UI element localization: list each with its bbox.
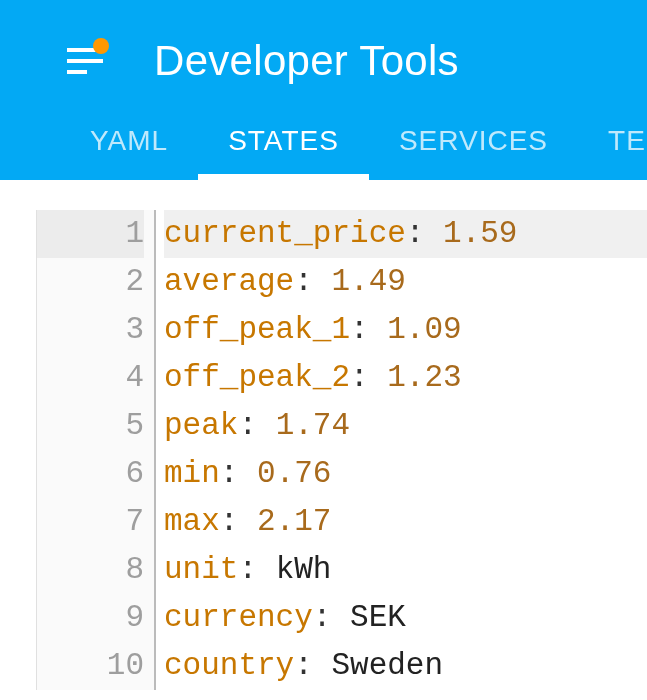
- tab-yaml[interactable]: YAML: [60, 102, 198, 180]
- yaml-key: off_peak_2: [164, 354, 350, 402]
- svg-rect-2: [67, 70, 87, 74]
- yaml-colon: :: [350, 354, 369, 402]
- yaml-value: 1.49: [331, 258, 405, 306]
- yaml-value: SEK: [350, 594, 406, 642]
- yaml-colon: :: [313, 594, 332, 642]
- yaml-colon: :: [238, 546, 257, 594]
- header-top: Developer Tools: [0, 20, 647, 102]
- line-number: 5: [37, 402, 144, 450]
- notification-dot-icon: [93, 38, 109, 54]
- line-number: 7: [37, 498, 144, 546]
- yaml-value: 1.74: [276, 402, 350, 450]
- code-editor[interactable]: 12345678910 current_price: 1.59average: …: [36, 180, 647, 690]
- app-header: Developer Tools YAML STATES SERVICES TEM: [0, 0, 647, 180]
- yaml-colon: :: [406, 210, 425, 258]
- code-line[interactable]: currency: SEK: [164, 594, 647, 642]
- code-line[interactable]: peak: 1.74: [164, 402, 647, 450]
- yaml-value: 1.09: [387, 306, 461, 354]
- code-line[interactable]: country: Sweden: [164, 642, 647, 690]
- code-line[interactable]: max: 2.17: [164, 498, 647, 546]
- tab-bar: YAML STATES SERVICES TEM: [0, 102, 647, 180]
- line-number: 10: [37, 642, 144, 690]
- menu-button[interactable]: [60, 36, 110, 86]
- code-line[interactable]: off_peak_2: 1.23: [164, 354, 647, 402]
- yaml-key: unit: [164, 546, 238, 594]
- yaml-colon: :: [350, 306, 369, 354]
- yaml-colon: :: [294, 642, 313, 690]
- yaml-value: 2.17: [257, 498, 331, 546]
- tab-templates[interactable]: TEM: [578, 102, 647, 180]
- yaml-value: kWh: [276, 546, 332, 594]
- yaml-value: 1.23: [387, 354, 461, 402]
- line-number: 2: [37, 258, 144, 306]
- yaml-key: currency: [164, 594, 313, 642]
- yaml-key: average: [164, 258, 294, 306]
- tab-services[interactable]: SERVICES: [369, 102, 578, 180]
- yaml-key: max: [164, 498, 220, 546]
- content-area: 12345678910 current_price: 1.59average: …: [0, 180, 647, 690]
- line-number: 9: [37, 594, 144, 642]
- yaml-value: 0.76: [257, 450, 331, 498]
- line-number-gutter: 12345678910: [36, 210, 156, 690]
- code-line[interactable]: average: 1.49: [164, 258, 647, 306]
- yaml-key: min: [164, 450, 220, 498]
- yaml-value: Sweden: [331, 642, 443, 690]
- yaml-colon: :: [220, 450, 239, 498]
- code-line[interactable]: off_peak_1: 1.09: [164, 306, 647, 354]
- code-body[interactable]: current_price: 1.59average: 1.49off_peak…: [156, 210, 647, 690]
- tab-states[interactable]: STATES: [198, 102, 369, 180]
- svg-rect-1: [67, 59, 103, 63]
- code-line[interactable]: min: 0.76: [164, 450, 647, 498]
- line-number: 8: [37, 546, 144, 594]
- line-number: 1: [37, 210, 144, 258]
- code-line[interactable]: current_price: 1.59: [164, 210, 647, 258]
- yaml-key: current_price: [164, 210, 406, 258]
- yaml-key: country: [164, 642, 294, 690]
- yaml-colon: :: [238, 402, 257, 450]
- page-title: Developer Tools: [154, 37, 459, 85]
- yaml-value: 1.59: [443, 210, 517, 258]
- yaml-colon: :: [294, 258, 313, 306]
- code-line[interactable]: unit: kWh: [164, 546, 647, 594]
- line-number: 3: [37, 306, 144, 354]
- yaml-colon: :: [220, 498, 239, 546]
- yaml-key: off_peak_1: [164, 306, 350, 354]
- line-number: 4: [37, 354, 144, 402]
- yaml-key: peak: [164, 402, 238, 450]
- line-number: 6: [37, 450, 144, 498]
